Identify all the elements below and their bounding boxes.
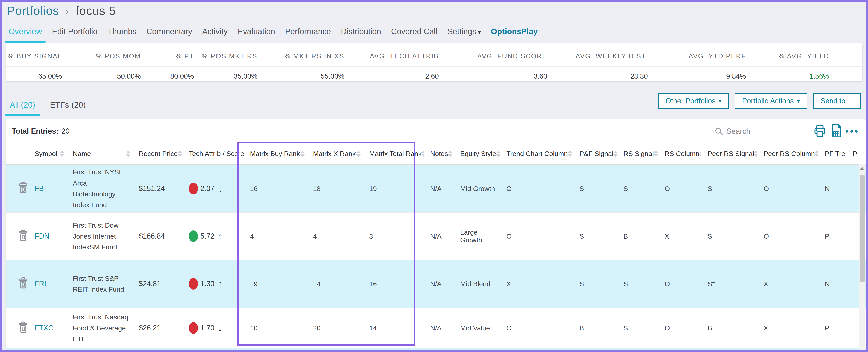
header-equity-style[interactable]: Equity Style [454, 150, 500, 158]
tech-score: 2.07 [200, 184, 215, 193]
stat-label: AVG. TECH ATTRIB [344, 53, 439, 60]
delete-row-icon[interactable] [18, 230, 28, 241]
total-entries-label: Total Entries: [12, 127, 59, 135]
header-peer-rs-signal[interactable]: Peer RS Signal [701, 150, 757, 158]
portfolio-actions-button[interactable]: Portfolio Actions ▾ [735, 93, 807, 109]
symbol-link[interactable]: FTXG [35, 324, 54, 332]
trend-arrow-icon: ↓ [218, 183, 222, 194]
rs-column: X [658, 232, 701, 240]
vertical-scrollbar[interactable] [859, 164, 865, 350]
stat-value: 23.30 [547, 72, 648, 80]
tab-activity[interactable]: Activity [202, 27, 228, 41]
tab-commentary[interactable]: Commentary [146, 27, 192, 41]
sort-arrows-icon [700, 151, 701, 157]
peer-rs-column: O [757, 232, 818, 240]
equity-style: Large Growth [454, 228, 500, 244]
tech-attrib-score: 2.07↓ [189, 183, 244, 194]
rs-signal: B [617, 232, 658, 240]
header-recent-price[interactable]: Recent Price [132, 150, 182, 158]
matrix-buy-rank: 19 [244, 280, 307, 288]
matrix-buy-rank: 16 [244, 185, 307, 193]
page-title: focus 5 [75, 4, 116, 18]
header-rs-signal-label: RS Signal [623, 150, 654, 158]
tab-performance-label: Performance [285, 27, 331, 36]
header-trend-chart-column[interactable]: Trend Chart Column [500, 150, 573, 158]
header-name[interactable]: Name [66, 150, 132, 158]
header-pf-trend[interactable]: PF Trend [818, 150, 846, 158]
matrix-x-rank: 14 [307, 280, 363, 288]
header-matrix-x-rank[interactable]: Matrix X Rank [307, 150, 363, 158]
symbol-link[interactable]: FBT [35, 184, 48, 193]
tab-optionsplay[interactable]: OptionsPlay [491, 27, 537, 41]
print-icon[interactable] [813, 125, 826, 138]
header-clipped-column[interactable]: P [846, 150, 866, 158]
delete-row-icon[interactable] [18, 182, 28, 194]
header-trend-chart-column-label: Trend Chart Column [506, 150, 568, 158]
header-peer-rs-column[interactable]: Peer RS Column [757, 150, 818, 158]
stat-label: % POS MOM [62, 53, 141, 60]
header-rs-signal[interactable]: RS Signal [617, 150, 658, 158]
chevron-down-icon: ▾ [797, 98, 800, 104]
header-tech-attrib[interactable]: Tech Attrib / Score [182, 150, 244, 158]
sort-arrows-icon [448, 151, 453, 157]
rs-column: O [658, 280, 701, 288]
header-rs-column[interactable]: RS Column [658, 150, 701, 158]
tab-performance[interactable]: Performance [285, 27, 331, 41]
trend-chart-column: X [500, 280, 573, 288]
matrix-buy-rank: 10 [244, 324, 307, 332]
header-matrix-total-rank[interactable]: Matrix Total Rank [363, 150, 424, 158]
tab-distribution[interactable]: Distribution [341, 27, 381, 41]
scrollbar-thumb[interactable] [860, 176, 865, 282]
fund-name: First Trust NYSE Arca Biotechnology Inde… [66, 167, 132, 210]
breadcrumb-portfolios-link[interactable]: Portfolios [7, 4, 59, 18]
table-header-row: Symbol Name Recent Price Tech Attrib / S… [6, 143, 866, 165]
sort-arrows-icon [300, 151, 305, 157]
header-symbol[interactable]: Symbol [28, 150, 66, 158]
search-input[interactable] [726, 127, 799, 136]
sort-arrows-icon [568, 151, 572, 157]
tab-covered-call[interactable]: Covered Call [391, 27, 437, 41]
delete-row-icon[interactable] [18, 277, 28, 289]
pf-trend: N [818, 280, 846, 288]
stat-value: 80.00% [141, 72, 194, 80]
header-notes-label: Notes [430, 150, 448, 158]
fund-name: First Trust Dow Jones Internet IndexSM F… [66, 220, 132, 253]
sort-arrows-icon [126, 151, 130, 157]
symbol-link[interactable]: FRI [35, 280, 46, 288]
notes: N/A [424, 324, 454, 332]
other-portfolios-button[interactable]: Other Portfolios ▾ [658, 93, 729, 109]
symbol-link[interactable]: FDN [35, 232, 50, 240]
filter-tab-all[interactable]: All (20) [10, 100, 35, 109]
header-notes[interactable]: Notes [424, 150, 454, 158]
fund-name: First Trust Nasdaq Food & Beverage ETF [66, 312, 132, 344]
tab-edit-portfolio[interactable]: Edit Portfolio [52, 27, 97, 41]
more-options-icon[interactable]: ••• [845, 126, 859, 136]
tab-thumbs-label: Thumbs [107, 27, 136, 36]
table-toolbar: Total Entries:20 ••• [6, 119, 866, 143]
main-tab-bar: Overview Edit Portfolio Thumbs Commentar… [9, 27, 538, 41]
stat-label: % POS MKT RS [194, 53, 257, 60]
table-row: FRI First Trust S&P REIT Index Fund $24.… [6, 260, 866, 308]
delete-row-icon[interactable] [18, 321, 28, 333]
rs-signal: S [617, 280, 658, 288]
tab-settings[interactable]: Settings▾ [447, 27, 481, 41]
filter-tab-etfs[interactable]: ETFs (20) [50, 100, 86, 109]
sort-arrows-icon [496, 151, 500, 157]
tab-evaluation-label: Evaluation [238, 27, 275, 36]
matrix-total-rank: 16 [363, 280, 424, 288]
stat-label: % AVG. YIELD [746, 53, 862, 60]
tech-attrib-score: 1.70↓ [189, 322, 244, 334]
export-spreadsheet-icon[interactable] [831, 124, 842, 138]
header-symbol-label: Symbol [35, 150, 57, 158]
total-entries: Total Entries:20 [12, 127, 70, 136]
pf-trend: P [818, 324, 846, 332]
header-pf-signal[interactable]: P&F Signal [573, 150, 617, 158]
tab-thumbs[interactable]: Thumbs [107, 27, 136, 41]
recent-price: $24.81 [132, 280, 182, 288]
tab-overview[interactable]: Overview [9, 27, 42, 41]
scroll-up-icon[interactable] [860, 167, 864, 170]
stat-value: 9.84% [648, 72, 746, 80]
tab-evaluation[interactable]: Evaluation [238, 27, 275, 41]
send-to-button[interactable]: Send to ... [813, 93, 861, 109]
header-matrix-buy-rank[interactable]: Matrix Buy Rank [244, 150, 307, 158]
